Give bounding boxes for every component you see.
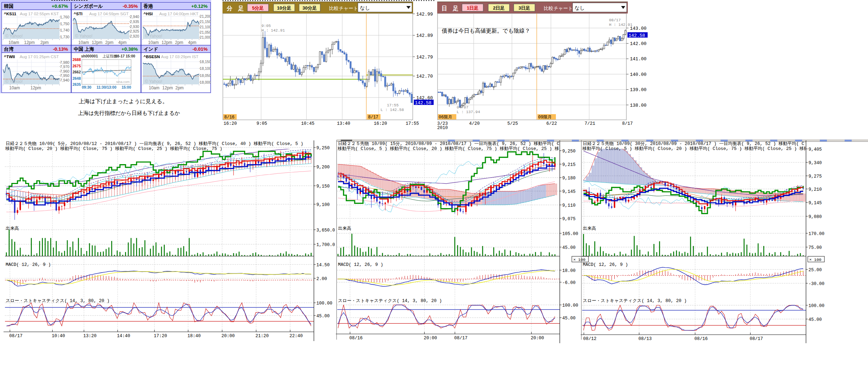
- svg-text:中国 上海: 中国 上海: [74, 46, 94, 52]
- svg-text:H : 142.91: H : 142.91: [609, 23, 632, 27]
- svg-text:09:30: 09:30: [82, 85, 91, 89]
- svg-text:08/17: 08/17: [9, 334, 23, 339]
- svg-text:MACD( 12, 26, 9 ): MACD( 12, 26, 9 ): [338, 262, 383, 267]
- svg-text:2,940: 2,940: [130, 15, 140, 19]
- svg-text:5/25: 5/25: [507, 121, 518, 126]
- svg-text:10:40: 10:40: [52, 334, 65, 339]
- svg-text:インド: インド: [143, 46, 158, 52]
- svg-text:08/17: 08/17: [454, 336, 468, 341]
- svg-text:21,050: 21,050: [200, 30, 211, 34]
- svg-text:142.79: 142.79: [416, 55, 433, 60]
- svg-text:20:00: 20:00: [531, 336, 544, 341]
- svg-text:17:55: 17:55: [387, 103, 399, 107]
- svg-text:債券は今日も高値更新。でも陰線？: 債券は今日も高値更新。でも陰線？: [441, 28, 530, 34]
- svg-text:04/07: 04/07: [457, 105, 468, 110]
- svg-text:+0.67%: +0.67%: [52, 4, 68, 9]
- svg-text:142.00: 142.00: [630, 41, 647, 46]
- svg-text:9,215: 9,215: [562, 162, 576, 167]
- svg-text:2pm: 2pm: [105, 40, 113, 45]
- svg-text:-0.01%: -0.01%: [192, 46, 208, 52]
- svg-text:© Yahoo!: © Yahoo!: [5, 34, 23, 39]
- svg-text:12pm: 12pm: [162, 40, 172, 45]
- svg-text:100.00: 100.00: [316, 301, 332, 306]
- svg-text:Aug 17 04:00pm HKT: Aug 17 04:00pm HKT: [159, 12, 198, 16]
- svg-text:08/17: 08/17: [609, 18, 621, 22]
- svg-text:sh000001: sh000001: [81, 54, 98, 58]
- svg-text:3日足: 3日足: [518, 5, 530, 11]
- svg-text:9,145: 9,145: [562, 189, 576, 194]
- svg-text:45.00: 45.00: [808, 317, 822, 322]
- svg-text:08/12: 08/12: [583, 336, 597, 341]
- svg-text:2648: 2648: [73, 76, 81, 80]
- svg-text:10am: 10am: [9, 40, 19, 45]
- svg-text:2.00: 2.00: [316, 277, 327, 281]
- svg-text:9,250: 9,250: [316, 146, 330, 151]
- svg-text:© Yahoo!: © Yahoo!: [145, 79, 162, 84]
- svg-text:2,925: 2,925: [130, 29, 140, 33]
- svg-text:^HSI: ^HSI: [143, 12, 153, 16]
- svg-text:08/13: 08/13: [638, 336, 652, 341]
- svg-text:12pm: 12pm: [162, 85, 173, 90]
- svg-text:1,760: 1,760: [60, 15, 70, 19]
- svg-text:9,405: 9,405: [808, 147, 822, 152]
- svg-text:10am: 10am: [78, 40, 89, 45]
- svg-text:138.00: 138.00: [630, 103, 647, 108]
- svg-text:170.00: 170.00: [808, 232, 824, 236]
- svg-text:4pm: 4pm: [118, 40, 126, 45]
- svg-text:1,740: 1,740: [60, 28, 70, 32]
- svg-text:+0.38%: +0.38%: [122, 46, 138, 52]
- svg-text:7/21: 7/21: [585, 121, 595, 126]
- svg-text:1,730: 1,730: [60, 35, 70, 39]
- svg-text:3,650.0: 3,650.0: [316, 228, 335, 233]
- svg-text:11:30/13:00: 11:30/13:00: [96, 85, 116, 89]
- svg-text:22:40: 22:40: [289, 334, 303, 339]
- svg-text:Aug 17 03:29pm IST: Aug 17 03:29pm IST: [161, 55, 198, 59]
- svg-text:^BSESN: ^BSESN: [143, 55, 160, 59]
- svg-text:12pm: 12pm: [24, 40, 35, 45]
- svg-text:142.89: 142.89: [416, 33, 433, 38]
- svg-text:08/17: 08/17: [750, 336, 763, 341]
- svg-text:45.00: 45.00: [316, 314, 330, 319]
- svg-text:10am: 10am: [148, 40, 159, 45]
- svg-text:14:40: 14:40: [117, 334, 130, 339]
- svg-text:20:00: 20:00: [424, 336, 437, 341]
- svg-text:09限月: 09限月: [538, 115, 552, 120]
- svg-text:21,000: 21,000: [200, 35, 211, 39]
- svg-text:2662: 2662: [73, 70, 81, 74]
- svg-text:L : 137.94: L : 137.94: [457, 110, 480, 114]
- svg-text:2pm: 2pm: [40, 40, 49, 45]
- svg-text:14.50: 14.50: [316, 263, 330, 268]
- svg-text:141.00: 141.00: [630, 56, 647, 62]
- svg-text:^STI: ^STI: [74, 12, 83, 16]
- svg-text:12pm: 12pm: [92, 40, 102, 45]
- svg-text:10分足: 10分足: [277, 5, 291, 11]
- svg-text:6/22: 6/22: [546, 121, 557, 126]
- svg-text:9,250: 9,250: [562, 149, 576, 154]
- svg-text:© Yahoo!: © Yahoo!: [75, 34, 92, 39]
- svg-text:+0.12%: +0.12%: [191, 4, 208, 9]
- svg-text:140.00: 140.00: [630, 72, 647, 77]
- svg-text:9:05: 9:05: [257, 121, 267, 126]
- svg-text:139.00: 139.00: [630, 87, 647, 93]
- svg-text:MACD( 12, 26, 9 ): MACD( 12, 26, 9 ): [583, 262, 628, 267]
- svg-text:9,110: 9,110: [562, 203, 576, 208]
- svg-text:15:00: 15:00: [122, 85, 131, 89]
- svg-text:1日足: 1日足: [467, 5, 478, 11]
- svg-text:9:05: 9:05: [261, 24, 271, 28]
- svg-text:10:45: 10:45: [301, 121, 315, 126]
- svg-text:日経２２５先物 10/09( 30分, 2010/08/09: 日経２２５先物 10/09( 30分, 2010/08/09 - 2010/08…: [583, 141, 854, 146]
- svg-text:18,000: 18,000: [200, 80, 211, 84]
- svg-text:© Yahoo!: © Yahoo!: [5, 79, 23, 84]
- svg-text:12pm: 12pm: [30, 85, 41, 90]
- svg-text:比較チャート: 比較チャート: [544, 6, 573, 11]
- svg-text:13:40: 13:40: [337, 121, 350, 126]
- svg-text:18,150: 18,150: [200, 60, 211, 64]
- svg-text:Aug 17 04:59pm SGT: Aug 17 04:59pm SGT: [89, 12, 129, 16]
- svg-text:06限月: 06限月: [439, 115, 452, 120]
- svg-text:スロー・ストキャスティクス( 14, 3, 80, 20 ): スロー・ストキャスティクス( 14, 3, 80, 20 ): [338, 299, 442, 303]
- svg-text:21,150: 21,150: [200, 19, 211, 24]
- svg-text:1,700.0: 1,700.0: [316, 242, 335, 247]
- svg-text:日経２２５先物 10/09( 5分, 2010/08/12: 日経２２５先物 10/09( 5分, 2010/08/12 - 2010/08/…: [6, 141, 303, 146]
- svg-text:-30.00: -30.00: [808, 281, 824, 286]
- svg-text:9,075: 9,075: [562, 217, 576, 222]
